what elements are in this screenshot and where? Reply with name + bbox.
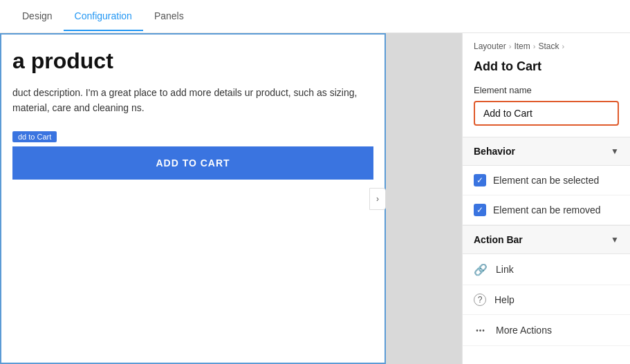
panel-title: Add to Cart: [463, 57, 630, 85]
action-link-row[interactable]: 🔗 Link: [463, 254, 630, 285]
product-title: a product: [12, 48, 373, 74]
preview-canvas: a product duct description. I'm a great …: [0, 33, 386, 364]
action-bar-chevron-icon: ▼: [611, 235, 619, 245]
more-actions-icon: •••: [474, 323, 488, 337]
right-panel: Layouter › Item › Stack › Add to Cart El…: [462, 33, 630, 364]
product-description: duct description. I'm a great place to a…: [12, 85, 373, 116]
checkbox-selected[interactable]: ✓: [474, 174, 486, 186]
action-help-row[interactable]: ? Help: [463, 285, 630, 315]
behavior-section-header[interactable]: Behavior ▼: [463, 137, 630, 166]
element-name-section: Element name: [463, 85, 630, 137]
checkmark-icon-2: ✓: [476, 205, 483, 215]
checkbox-selected-row[interactable]: ✓ Element can be selected: [463, 166, 630, 195]
gray-sidebar-area: [386, 33, 462, 364]
breadcrumb-item[interactable]: Item: [514, 41, 530, 51]
action-link-label: Link: [496, 264, 514, 275]
collapse-button[interactable]: ›: [369, 188, 386, 210]
behavior-chevron-icon: ▼: [611, 146, 619, 156]
main-area: a product duct description. I'm a great …: [0, 33, 630, 364]
action-bar-section-header[interactable]: Action Bar ▼: [463, 225, 630, 254]
breadcrumb-sep-1: ›: [509, 42, 512, 50]
checkbox-removed[interactable]: ✓: [474, 204, 486, 216]
checkbox-selected-label: Element can be selected: [493, 175, 599, 186]
tab-configuration[interactable]: Configuration: [64, 2, 143, 31]
breadcrumb: Layouter › Item › Stack ›: [463, 33, 630, 57]
action-more-row[interactable]: ••• More Actions: [463, 315, 630, 346]
add-to-cart-tooltip: dd to Cart: [12, 131, 57, 142]
checkmark-icon: ✓: [476, 175, 483, 185]
breadcrumb-sep-3: ›: [562, 42, 564, 50]
element-name-input[interactable]: [474, 101, 619, 126]
action-more-label: More Actions: [496, 325, 552, 336]
element-name-label: Element name: [474, 85, 619, 95]
breadcrumb-layouter[interactable]: Layouter: [474, 41, 506, 51]
action-help-label: Help: [494, 294, 515, 305]
add-to-cart-button[interactable]: ADD TO CART: [12, 146, 373, 180]
action-bar-section-title: Action Bar: [474, 234, 523, 245]
behavior-section-title: Behavior: [474, 146, 515, 157]
breadcrumb-stack[interactable]: Stack: [538, 41, 559, 51]
top-navigation: Design Configuration Panels: [0, 0, 630, 33]
checkbox-removed-label: Element can be removed: [493, 204, 601, 215]
preview-area: a product duct description. I'm a great …: [0, 33, 462, 364]
tab-design[interactable]: Design: [11, 2, 64, 31]
tab-panels[interactable]: Panels: [143, 2, 195, 31]
link-icon: 🔗: [474, 262, 488, 276]
checkbox-removed-row[interactable]: ✓ Element can be removed: [463, 195, 630, 225]
breadcrumb-sep-2: ›: [533, 42, 536, 50]
product-content: a product duct description. I'm a great …: [1, 35, 385, 193]
help-icon: ?: [474, 294, 486, 306]
